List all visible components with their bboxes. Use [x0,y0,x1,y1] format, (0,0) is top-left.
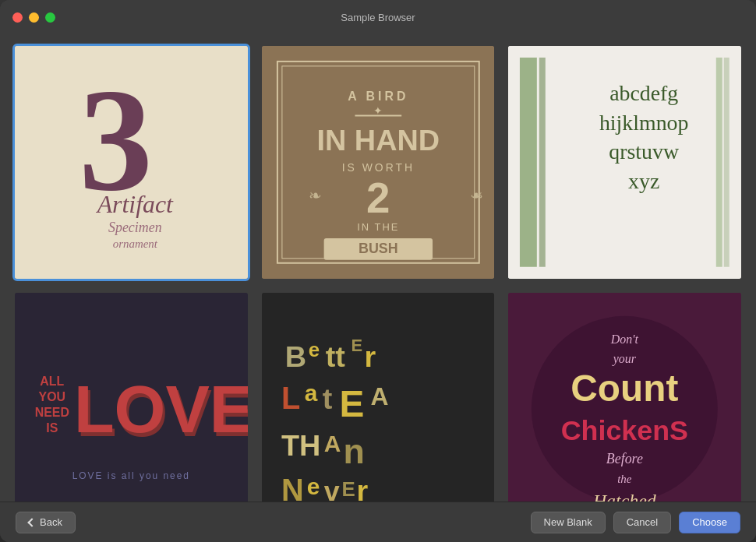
chevron-left-icon [27,518,36,526]
svg-rect-20 [520,58,537,267]
svg-text:✦: ✦ [373,104,383,117]
svg-text:the: the [618,473,633,485]
svg-text:abcdefg: abcdefg [609,81,678,105]
svg-rect-26 [716,58,722,267]
svg-text:B: B [285,340,306,372]
svg-text:qrstuvw: qrstuvw [609,139,680,164]
sample-browser-window: Sample Browser 3 Artifact Specimen ornam… [0,0,756,542]
svg-text:L: L [281,381,300,415]
svg-text:your: your [612,351,637,365]
svg-text:YOU: YOU [39,390,65,403]
svg-text:N: N [281,472,304,502]
svg-text:a: a [304,380,317,406]
svg-text:❧: ❧ [469,187,482,204]
svg-text:Before: Before [606,451,643,466]
thumbnail-4[interactable]: ALL YOU NEED IS LOVE LOVE LOVE is all yo… [12,290,250,502]
thumbnail-2[interactable]: A BIRD ✦ IN HAND IS WORTH 2 IN THE [260,44,497,281]
svg-text:E: E [351,335,362,354]
svg-text:t: t [322,382,332,415]
svg-text:IS: IS [46,421,58,435]
svg-text:r: r [364,340,376,372]
svg-text:BUSH: BUSH [359,241,398,256]
svg-text:IS WORTH: IS WORTH [341,161,414,174]
svg-text:A: A [370,382,388,410]
svg-text:E: E [341,478,355,500]
svg-text:2: 2 [366,174,390,222]
svg-text:NEED: NEED [35,406,69,419]
svg-text:Hatched: Hatched [592,490,656,502]
svg-text:ALL: ALL [40,375,64,388]
svg-rect-27 [724,58,730,267]
thumbnail-5[interactable]: B e tt E r L a t E A TH A [260,290,497,502]
footer-left: Back [16,512,76,533]
svg-text:hijklmnop: hijklmnop [599,111,689,135]
maximize-button[interactable] [45,12,55,23]
svg-text:Don't: Don't [610,332,639,345]
svg-text:A BIRD: A BIRD [348,90,408,103]
new-blank-button[interactable]: New Blank [531,512,606,533]
svg-text:A: A [323,431,341,456]
svg-text:n: n [343,431,364,470]
close-button[interactable] [12,12,23,23]
svg-text:ornament: ornament [113,238,158,250]
svg-text:Artifact: Artifact [96,191,174,218]
cancel-button[interactable]: Cancel [613,512,671,533]
svg-text:ChickenS: ChickenS [561,415,688,446]
svg-text:E: E [339,383,364,424]
thumbnail-grid: 3 Artifact Specimen ornament [12,44,744,502]
svg-text:xyz: xyz [628,169,659,193]
svg-text:e: e [308,338,319,360]
svg-text:IN THE: IN THE [357,221,399,233]
thumbnail-6[interactable]: Don't your Count ChickenS Before the Hat… [506,290,744,502]
content-area: 3 Artifact Specimen ornament [0,34,756,502]
svg-text:TH: TH [281,429,320,462]
svg-text:r: r [356,473,368,502]
svg-text:Specimen: Specimen [108,220,162,235]
minimize-button[interactable] [29,12,39,23]
thumbnail-3[interactable]: abcdefg hijklmnop qrstuvw xyz [506,44,744,281]
svg-rect-21 [539,58,546,267]
svg-text:e: e [306,473,320,499]
choose-button[interactable]: Choose [679,512,740,533]
svg-text:LOVE: LOVE [74,372,248,446]
title-bar: Sample Browser [0,0,756,34]
svg-text:Count: Count [571,368,679,409]
footer-right: New Blank Cancel Choose [531,512,740,533]
traffic-lights [12,12,55,23]
svg-text:LOVE is all you need: LOVE is all you need [72,470,190,481]
svg-text:v: v [323,475,339,502]
svg-text:tt: tt [325,340,345,372]
footer: Back New Blank Cancel Choose [0,502,756,542]
svg-text:❧: ❧ [308,187,321,204]
thumbnail-1[interactable]: 3 Artifact Specimen ornament [12,44,250,281]
back-button[interactable]: Back [16,512,76,533]
window-title: Sample Browser [341,12,415,23]
svg-text:IN HAND: IN HAND [316,124,440,157]
